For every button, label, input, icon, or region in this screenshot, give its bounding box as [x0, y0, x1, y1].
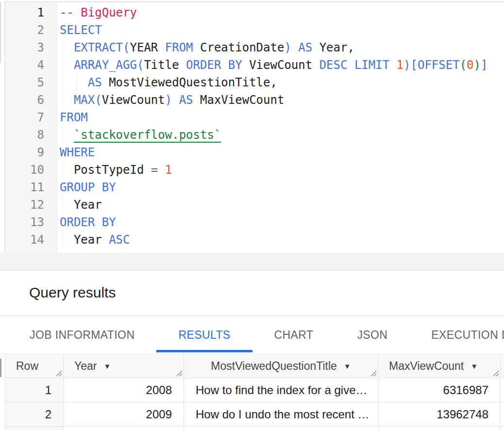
code-token: AS: [179, 93, 193, 107]
code-line[interactable]: ORDER BY: [58, 214, 504, 231]
tab-json[interactable]: JSON: [335, 316, 409, 354]
code-token: `stackoverflow.posts`: [74, 128, 221, 142]
code-token: ViewCount: [102, 93, 165, 107]
table-left-scrollbar-thumb[interactable]: [0, 359, 1, 377]
table-cell: How to find the index for a give…: [184, 378, 378, 402]
indent-guide: [76, 74, 77, 91]
line-number: 11: [5, 179, 58, 196]
line-number: 12: [5, 196, 58, 214]
table-cell: 2008: [64, 378, 184, 402]
code-line[interactable]: -- BigQuery: [58, 4, 504, 21]
table-cell: 6316987: [378, 378, 501, 402]
table-cell: How do I undo the most recent …: [184, 402, 378, 426]
column-menu-caret-icon[interactable]: ▼: [344, 363, 351, 370]
code-token: Year: [60, 233, 109, 247]
column-header-row: Row: [5, 355, 64, 378]
panel-splitter[interactable]: [0, 253, 504, 270]
code-line[interactable]: FROM: [58, 109, 504, 126]
indent-guide: [62, 196, 63, 214]
code-token: ViewCount: [242, 58, 319, 72]
line-number: 10: [5, 161, 58, 179]
code-line[interactable]: Year: [58, 196, 504, 214]
code-token: Title: [144, 58, 186, 72]
sql-editor[interactable]: 1234567891011121314 -- BigQuerySELECT EX…: [4, 1, 504, 253]
left-scrollbar-fragment[interactable]: [0, 2, 1, 63]
code-token: Year,: [312, 41, 354, 54]
indent-guide: [62, 74, 63, 91]
code-line[interactable]: EXTRACT(YEAR FROM CreationDate) AS Year,: [58, 39, 504, 56]
code-token: CreationDate: [193, 41, 285, 54]
code-token: YEAR: [130, 41, 165, 54]
tab-job-information[interactable]: JOB INFORMATION: [8, 316, 156, 354]
indent-guide: [62, 231, 63, 248]
row-number-cell: 1: [5, 378, 64, 402]
query-results-header: Query results: [0, 271, 504, 316]
line-number: 9: [5, 144, 58, 161]
table-cell-filler: [501, 378, 504, 402]
code-token: [172, 93, 179, 107]
code-line[interactable]: PostTypeId = 1: [58, 161, 504, 179]
column-header-year: Year▼: [64, 355, 184, 378]
column-header-label: Row: [16, 360, 38, 373]
code-line[interactable]: GROUP BY: [58, 179, 504, 196]
code-token: (: [460, 58, 467, 72]
tab-label: JOB INFORMATION: [30, 329, 134, 342]
table-body: 12008How to find the index for a give…63…: [5, 378, 504, 430]
code-token: EXTRACT(: [74, 41, 130, 54]
code-token: GROUP BY: [60, 181, 116, 194]
code-gutter: 1234567891011121314: [5, 2, 58, 253]
tab-results[interactable]: RESULTS: [156, 316, 252, 354]
code-line[interactable]: AS MostViewedQuestionTitle,: [58, 74, 504, 91]
code-line[interactable]: `stackoverflow.posts`: [58, 126, 504, 144]
tab-label: JSON: [357, 329, 387, 342]
table-cell: [64, 427, 184, 430]
table-header-row: RowYear▼MostViewedQuestionTitle▼MaxViewC…: [5, 355, 504, 378]
column-resize-handle-icon[interactable]: [492, 369, 499, 377]
indent-guide: [62, 91, 63, 109]
code-line[interactable]: Year ASC: [58, 231, 504, 248]
column-header-label: Year: [74, 360, 97, 373]
column-resize-handle-icon[interactable]: [55, 369, 62, 377]
code-token: ARRAY_AGG(: [74, 58, 144, 72]
line-number: 1: [5, 4, 58, 21]
line-number: 7: [5, 109, 58, 126]
code-line[interactable]: SELECT: [58, 21, 504, 39]
tab-label: RESULTS: [178, 329, 230, 342]
tab-execution-details[interactable]: EXECUTION DETAILS: [409, 316, 504, 354]
column-resize-handle-icon[interactable]: [370, 369, 377, 377]
code-token: FROM: [60, 111, 88, 124]
code-token: PostTypeId: [60, 163, 151, 177]
code-line[interactable]: WHERE: [58, 144, 504, 161]
code-token: SELECT: [60, 23, 102, 37]
code-token: =: [151, 163, 158, 177]
column-header-label: MaxViewCount: [389, 360, 464, 373]
code-token: MaxViewCount: [193, 93, 285, 107]
code-token: 1: [165, 163, 172, 177]
code-line[interactable]: ARRAY_AGG(Title ORDER BY ViewCount DESC …: [58, 56, 504, 74]
code-token: AS: [298, 41, 312, 54]
row-number-cell: [5, 427, 64, 430]
column-resize-handle-icon[interactable]: [175, 369, 183, 377]
line-number: 14: [5, 231, 58, 248]
indent-guide: [62, 161, 63, 179]
results-table: RowYear▼MostViewedQuestionTitle▼MaxViewC…: [5, 355, 504, 430]
column-menu-caret-icon[interactable]: ▼: [103, 363, 111, 370]
code-token: ORDER BY: [60, 215, 116, 229]
code-token: [158, 163, 165, 177]
table-row: [5, 427, 504, 430]
table-row: 12008How to find the index for a give…63…: [5, 378, 504, 402]
column-menu-caret-icon[interactable]: ▼: [470, 363, 478, 370]
line-number: 8: [5, 126, 58, 144]
table-cell-filler: [501, 427, 504, 430]
tab-chart[interactable]: CHART: [252, 316, 336, 354]
row-number-cell: 2: [5, 402, 64, 426]
code-area[interactable]: -- BigQuerySELECT EXTRACT(YEAR FROM Crea…: [58, 2, 504, 253]
code-token: DESC LIMIT: [319, 58, 390, 72]
table-cell: [184, 427, 378, 430]
code-token: ): [474, 58, 481, 72]
code-token: )[OFFSET: [403, 58, 460, 72]
table-cell: 13962748: [378, 402, 501, 426]
code-line[interactable]: MAX(ViewCount) AS MaxViewCount: [58, 91, 504, 109]
results-tabs: JOB INFORMATIONRESULTSCHARTJSONEXECUTION…: [0, 316, 504, 354]
code-token: [291, 41, 298, 54]
